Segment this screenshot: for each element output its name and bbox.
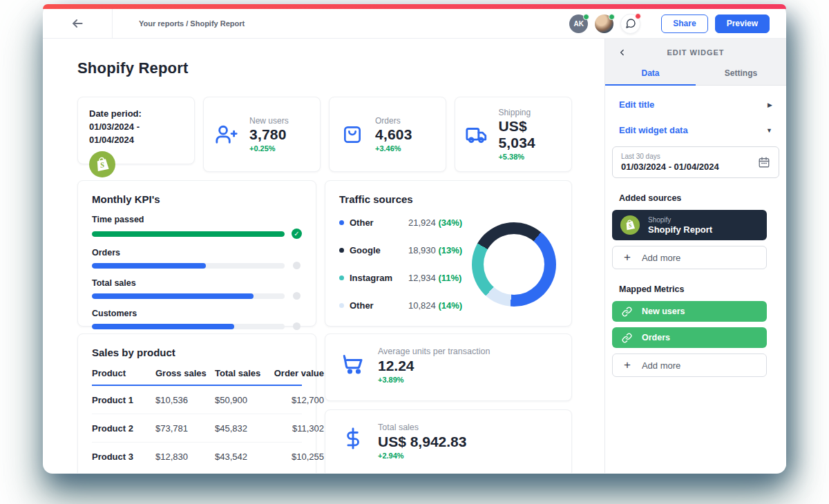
column-header: Total sales <box>215 368 267 378</box>
chevron-left-icon[interactable] <box>618 48 627 57</box>
total-sales-card[interactable]: Total sales US$ 8,942.83 +2.94% <box>325 409 572 473</box>
monthly-kpis-card[interactable]: Monthly KPI's Time passed ✓ Orders <box>77 180 316 327</box>
chat-bubble-icon <box>625 18 636 29</box>
kpi-progress-fill <box>92 263 206 269</box>
table-cell: $50,900 <box>215 395 267 405</box>
kpi-progress-track <box>92 293 285 299</box>
tab-data[interactable]: Data <box>605 68 696 86</box>
avg-units-label: Average units per transaction <box>378 347 490 356</box>
plus-icon: + <box>624 251 631 264</box>
legend-item: Other 21,924 (34%) <box>339 217 468 228</box>
arrow-left-icon <box>70 17 84 30</box>
table-cell: $11,302 <box>267 423 324 434</box>
edit-widget-data-row[interactable]: Edit widget data ▼ <box>612 125 779 135</box>
report-canvas: Shopify Report Date period: 01/03/2024 -… <box>43 39 604 473</box>
total-sales-value: US$ 8,942.83 <box>378 434 466 450</box>
avatar-initials-label: AK <box>574 20 584 28</box>
date-range-value: 01/03/2024 - 01/04/2024 <box>621 162 758 172</box>
kpi-progress-fill <box>92 293 254 299</box>
date-range-field[interactable]: Last 30 days 01/03/2024 - 01/04/2024 <box>612 146 779 178</box>
new-users-card[interactable]: New users 3,780 +0.25% <box>203 97 321 172</box>
edit-widget-data-link: Edit widget data <box>619 125 688 135</box>
source-app-name: Shopify <box>648 216 712 224</box>
table-row: Product 2 $73,781 $45,832 $11,302 <box>92 414 302 443</box>
table-cell: $12,830 <box>155 452 215 462</box>
kpi-bar-label: Customers <box>92 309 302 318</box>
legend-dot <box>339 248 344 253</box>
column-header: Order value <box>267 368 324 378</box>
kpi-progress-fill <box>92 324 234 329</box>
add-metric-button[interactable]: + Add more <box>612 353 767 377</box>
column-header: Gross sales <box>155 368 215 378</box>
chat-button[interactable] <box>620 14 640 34</box>
kpi-progress-fill <box>92 231 285 237</box>
avg-units-card[interactable]: Average units per transaction 12.24 +3.8… <box>325 333 572 401</box>
truck-icon <box>465 123 488 146</box>
legend-label: Google <box>350 245 381 255</box>
column-header: Product <box>92 368 155 378</box>
stat-label: Orders <box>375 116 412 126</box>
table-header-row: Product Gross sales Total sales Order va… <box>92 368 302 386</box>
traffic-sources-title: Traffic sources <box>339 193 558 205</box>
plus-icon: + <box>624 358 631 372</box>
kpi-progress-track <box>92 263 285 269</box>
mapped-metric-new-users[interactable]: New users <box>612 301 767 322</box>
monthly-kpis-title: Monthly KPI's <box>92 193 302 205</box>
legend-dot <box>339 220 344 225</box>
link-icon <box>622 307 632 317</box>
kpi-progress-row: Orders <box>92 248 302 269</box>
add-more-label: Add more <box>642 360 680 371</box>
table-cell: $45,832 <box>215 423 267 434</box>
table-cell: $12,700 <box>267 395 324 405</box>
table-cell: $10,255 <box>267 452 324 462</box>
share-button[interactable]: Share <box>661 14 707 33</box>
kpi-progress-row: Total sales <box>92 278 302 300</box>
check-circle-icon: ✓ <box>292 229 302 239</box>
legend-percent: (11%) <box>438 273 461 283</box>
added-sources-label: Added sources <box>619 193 772 203</box>
legend-percent: (13%) <box>438 245 462 255</box>
shipping-card[interactable]: Shipping US$ 5,034 +5.38% <box>455 97 572 172</box>
stat-label: New users <box>249 116 289 126</box>
stat-value: US$ 5,034 <box>498 118 562 151</box>
legend-label: Other <box>350 217 374 228</box>
breadcrumb[interactable]: Your reports / Shopify Report <box>139 19 245 28</box>
stat-value: 3,780 <box>249 126 289 143</box>
source-item-shopify[interactable]: S Shopify Shopify Report <box>612 210 767 240</box>
date-period-card[interactable]: Date period: 01/03/2024 - 01/04/2024 S <box>77 97 195 164</box>
orders-card[interactable]: Orders 4,603 +3.46% <box>329 97 446 172</box>
date-period-range: 01/03/2024 - 01/04/2024 <box>89 122 140 145</box>
tab-settings[interactable]: Settings <box>696 68 786 86</box>
edit-widget-panel: EDIT WIDGET Data Settings Edit title ▶ E… <box>604 39 786 473</box>
app-window: Your reports / Shopify Report AK Share P… <box>43 4 786 474</box>
preview-button[interactable]: Preview <box>715 14 770 33</box>
avatar-photo[interactable] <box>595 14 613 33</box>
pending-dot-icon <box>293 292 301 300</box>
user-plus-icon <box>213 123 240 146</box>
sales-by-product-title: Sales by product <box>92 347 302 358</box>
sales-by-product-card[interactable]: Sales by product Product Gross sales Tot… <box>77 333 316 473</box>
stat-delta: +0.25% <box>249 144 289 153</box>
back-button[interactable] <box>43 9 113 38</box>
total-sales-delta: +2.94% <box>378 452 466 460</box>
edit-title-row[interactable]: Edit title ▶ <box>612 99 779 110</box>
mapped-metric-orders[interactable]: Orders <box>612 327 767 348</box>
chevron-down-icon: ▼ <box>766 127 772 134</box>
avg-units-delta: +3.89% <box>378 376 490 384</box>
traffic-sources-card[interactable]: Traffic sources Other 21,924 (34%) Googl… <box>325 180 572 327</box>
table-row: Product 3 $12,830 $43,542 $10,255 <box>92 443 302 471</box>
traffic-legend: Other 21,924 (34%) Google 18,930 (13%) I… <box>339 217 468 311</box>
legend-label: Instagram <box>350 273 392 283</box>
legend-value: 18,930 <box>408 245 436 255</box>
table-row: Product 1 $10,536 $50,900 $12,700 <box>92 386 302 414</box>
dollar-sign-icon <box>339 423 367 450</box>
avg-units-value: 12.24 <box>378 358 490 374</box>
avatar-initials[interactable]: AK <box>569 14 588 33</box>
table-cell: Product 3 <box>92 452 155 462</box>
link-icon <box>622 333 632 343</box>
panel-tabs: Data Settings <box>605 68 786 86</box>
add-source-button[interactable]: + Add more <box>612 246 767 269</box>
online-status-dot <box>583 14 589 20</box>
pending-dot-icon <box>293 322 301 330</box>
add-more-label: Add more <box>642 253 680 263</box>
